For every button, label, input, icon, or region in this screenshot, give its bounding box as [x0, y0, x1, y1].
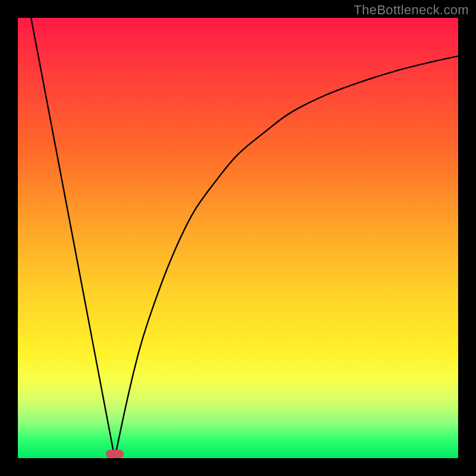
bottleneck-marker — [106, 450, 124, 458]
watermark-text: TheBottleneck.com — [354, 2, 469, 18]
right-branch-path — [115, 56, 458, 458]
chart-frame: TheBottleneck.com — [0, 0, 476, 476]
curve-svg — [18, 18, 458, 458]
plot-area — [18, 18, 458, 458]
left-branch-path — [31, 18, 115, 458]
